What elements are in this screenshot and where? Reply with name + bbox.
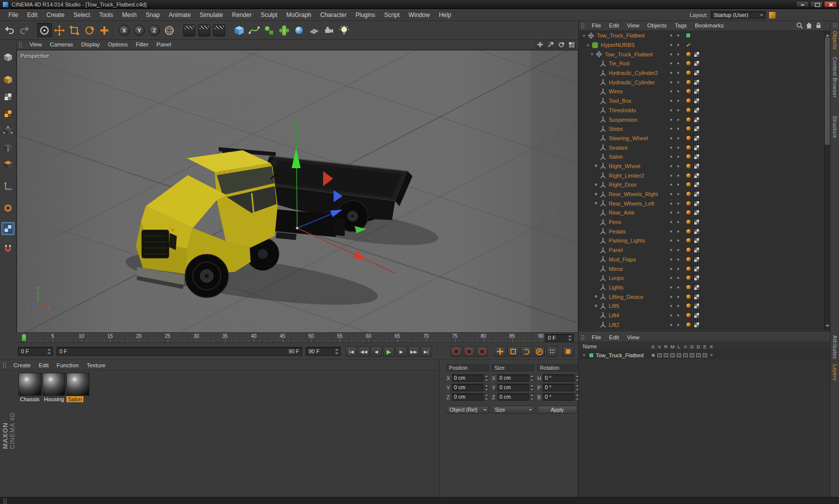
object-name[interactable]: Parking_Lights xyxy=(609,238,645,244)
tab-grip-icon[interactable] xyxy=(833,23,838,28)
coord-input[interactable]: 0 cm xyxy=(452,374,483,382)
uvw-tag[interactable] xyxy=(694,173,700,179)
texture-mode-button[interactable] xyxy=(1,90,14,103)
coordinate-system-button[interactable] xyxy=(162,23,177,38)
add-environment-button[interactable] xyxy=(292,23,307,38)
material-tag[interactable] xyxy=(686,247,692,253)
material-tag[interactable] xyxy=(686,154,692,160)
material-name[interactable]: Salon xyxy=(66,396,83,402)
key-scale-button[interactable] xyxy=(507,346,519,357)
key-rotation-button[interactable] xyxy=(520,346,532,357)
visibility-dots[interactable] xyxy=(670,323,680,326)
coord-stepper[interactable] xyxy=(484,384,489,391)
prev-key-button[interactable]: ◀◀ xyxy=(358,346,370,357)
viewport-menu-view[interactable]: View xyxy=(25,40,46,49)
object-manager-menu-view[interactable]: View xyxy=(623,21,643,30)
layer-cell-a[interactable] xyxy=(682,353,689,357)
coord-stepper[interactable] xyxy=(530,384,534,391)
uvw-tag[interactable] xyxy=(694,294,700,300)
object-name[interactable]: Rear_Wheels_Right xyxy=(609,191,658,197)
add-generator-button[interactable] xyxy=(262,23,277,38)
tree-row[interactable]: Thresholds xyxy=(579,106,825,115)
object-name[interactable]: Panel xyxy=(609,247,623,253)
tree-row[interactable]: Salon xyxy=(579,152,825,162)
camera-zoom-icon[interactable] xyxy=(546,41,555,48)
material-tag[interactable] xyxy=(686,266,692,272)
visibility-dots[interactable] xyxy=(670,267,680,270)
material-tag[interactable] xyxy=(686,51,692,57)
coord-input[interactable]: 0 cm xyxy=(497,374,529,382)
object-name[interactable]: Lifting_Device xyxy=(609,294,643,300)
panel-grip[interactable] xyxy=(3,498,7,504)
uvw-tag[interactable] xyxy=(694,107,700,113)
size-mode-select[interactable]: Size xyxy=(492,406,534,414)
close-button[interactable] xyxy=(824,1,837,7)
tab-objects[interactable]: Objects xyxy=(832,31,838,49)
autokeying-button[interactable] xyxy=(463,346,475,357)
model-mode-button[interactable] xyxy=(1,73,14,86)
coord-input[interactable]: 0 ° xyxy=(543,393,574,401)
coord-input[interactable]: 0 cm xyxy=(452,384,483,391)
material-name[interactable]: Housing xyxy=(42,396,65,402)
object-name[interactable]: Lift4 xyxy=(609,312,619,318)
home-icon[interactable] xyxy=(806,22,813,30)
view-label[interactable]: Perspective xyxy=(20,53,49,59)
last-tool-button[interactable] xyxy=(97,23,112,38)
material-tag[interactable] xyxy=(686,275,692,281)
expander-icon[interactable]: - xyxy=(582,33,586,38)
next-key-button[interactable]: ▶▶ xyxy=(408,346,420,357)
visibility-dots[interactable] xyxy=(670,249,680,252)
object-name[interactable]: Salon xyxy=(609,154,623,160)
material-tag[interactable] xyxy=(686,284,692,290)
tree-row[interactable]: Lights xyxy=(579,283,825,292)
material-tag[interactable] xyxy=(686,312,692,318)
uvw-tag[interactable] xyxy=(694,51,700,57)
visibility-dots[interactable] xyxy=(670,221,680,224)
tree-row[interactable]: Rear_Axle xyxy=(579,208,825,218)
expander-icon[interactable]: + xyxy=(594,192,598,197)
tree-row[interactable]: Loops xyxy=(579,273,825,283)
tree-row[interactable]: Lift2 xyxy=(579,320,825,329)
uvw-tag[interactable] xyxy=(694,219,700,225)
apply-button[interactable]: Apply xyxy=(537,406,577,414)
maximize-button[interactable] xyxy=(810,1,823,7)
uvw-tag[interactable] xyxy=(694,70,700,76)
range-start-handle[interactable]: 0 F xyxy=(59,348,67,354)
visibility-dots[interactable] xyxy=(670,165,680,168)
layer-cell-v[interactable] xyxy=(656,353,663,357)
tree-row[interactable]: +Rear_Wheels_Right xyxy=(579,190,825,199)
object-name[interactable]: Pedals xyxy=(609,229,626,235)
uvw-tag[interactable] xyxy=(694,154,700,160)
uvw-tag[interactable] xyxy=(694,191,700,197)
menu-script[interactable]: Script xyxy=(380,9,404,20)
visibility-dots[interactable] xyxy=(670,258,680,261)
add-deformer-button[interactable] xyxy=(277,23,292,38)
material-tag[interactable] xyxy=(686,322,692,328)
uvw-tag[interactable] xyxy=(694,284,700,290)
tree-row[interactable]: Pens xyxy=(579,218,825,227)
material-tag[interactable] xyxy=(686,107,692,113)
visibility-dots[interactable] xyxy=(670,34,680,37)
record-options-button[interactable] xyxy=(562,346,574,357)
visibility-dots[interactable] xyxy=(670,174,680,177)
frame-stepper[interactable] xyxy=(568,335,572,341)
tree-row[interactable]: Pedals xyxy=(579,227,825,236)
material-item[interactable]: Salon xyxy=(66,373,90,402)
layer-tag[interactable] xyxy=(686,33,691,38)
object-name[interactable]: Tie_Rod xyxy=(609,60,629,66)
uvw-tag[interactable] xyxy=(694,145,700,151)
layer-color-chip[interactable] xyxy=(589,353,594,358)
layer-cell-d[interactable] xyxy=(695,353,702,357)
material-menu-texture[interactable]: Texture xyxy=(82,361,109,370)
coord-input[interactable]: 0 cm xyxy=(497,393,529,401)
add-floor-button[interactable] xyxy=(307,23,322,38)
object-manager-menu-file[interactable]: File xyxy=(588,21,605,30)
uvw-tag[interactable] xyxy=(694,60,700,66)
add-camera-button[interactable] xyxy=(322,23,337,38)
menu-simulate[interactable]: Simulate xyxy=(195,9,228,20)
goto-end-button[interactable]: ▶| xyxy=(420,346,432,357)
uvw-tag[interactable] xyxy=(694,126,700,132)
expander-icon[interactable]: - xyxy=(590,52,594,56)
tab-structure[interactable]: Structure xyxy=(832,116,838,138)
uvw-tag[interactable] xyxy=(694,312,700,318)
